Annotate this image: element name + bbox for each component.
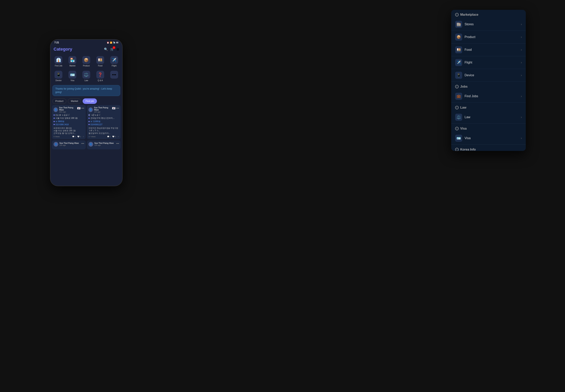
post-header-2: 👤 Soe Thet Paing Htwe 22h ago 🇰🇷 •••: [89, 107, 119, 113]
visa-section-label: Visa: [460, 127, 467, 130]
marketplace-info-icon: i: [455, 13, 459, 16]
post-views-2: 17 Views: [89, 136, 96, 138]
menu-food-label: Food: [464, 48, 472, 52]
post-username-1: Soe Thet Paing Htwe: [59, 107, 77, 111]
category-law[interactable]: ⚖️ Law: [80, 69, 93, 83]
tab-find-job[interactable]: Find job: [83, 98, 97, 104]
menu-law-label: Law: [464, 115, 470, 119]
tab-product[interactable]: Product: [52, 98, 66, 104]
page-title: Category: [54, 47, 72, 52]
post-card-3[interactable]: 👤 Soe Thet Paing Htwe 22h ago •••: [52, 140, 86, 149]
status-time: 7:21: [54, 41, 59, 44]
category-more[interactable]: •••: [107, 69, 121, 83]
find-jobs-icon: 💼: [455, 93, 462, 100]
korea-info-icon: i: [455, 148, 459, 151]
menu-item-stores[interactable]: 🏬 Stores ›: [451, 18, 526, 31]
food-icon: 🍱: [96, 56, 104, 64]
post-line1-1: CU J9 စာရိုဆိုင်: [56, 114, 69, 116]
category-flight[interactable]: ✈️ Flight: [107, 55, 121, 69]
post-footer-2: 17 Views 💬 0 🤍 0 ☆: [89, 136, 119, 138]
post-line1-2: ကြက်ကြောဆိုင်: [90, 114, 100, 116]
visa-info-icon: i: [455, 127, 459, 130]
post-card-2[interactable]: 👤 Soe Thet Paing Htwe 22h ago 🇰🇷 ••• ကြက…: [87, 105, 121, 139]
post-desc-2: 깐부치킨 뚝섬유원지점ψ 주방 1명ဓဓါ်နေပါတဲ့...월요일부터 토요…: [89, 127, 119, 134]
star-icon-2[interactable]: ☆: [118, 136, 119, 138]
banner: Thanks for joining Quibit - you're amazi…: [52, 85, 120, 96]
menu-item-find-jobs[interactable]: 💼 Find Jobs ›: [451, 90, 526, 103]
stores-label: Stores: [464, 23, 474, 26]
header-icons: 🔍 🛒 0 ⊞: [104, 47, 119, 51]
menu-flight-label: Flight: [464, 61, 472, 64]
signal-icon: 📡: [113, 42, 115, 44]
category-find-job[interactable]: 👔 Find Job: [52, 55, 65, 69]
post-line2-1: 서울 마포 양화로 188 1층: [56, 117, 78, 120]
post-user-3: 👤 Soe Thet Paing Htwe 22h ago: [54, 142, 79, 147]
comment-icon-1: 💬 0: [72, 136, 76, 138]
star-icon-1[interactable]: ☆: [83, 136, 84, 138]
cart-badge: 0: [113, 46, 115, 49]
post-time-4: 22h ago: [94, 144, 114, 146]
product-icon: 📦: [82, 56, 90, 64]
find-jobs-chevron: ›: [521, 95, 522, 98]
battery-icon: 68: [116, 42, 118, 44]
post-card-4[interactable]: 👤 Soe Thet Paing Htwe 22h ago •••: [87, 140, 121, 149]
visa-chevron: ›: [521, 136, 522, 140]
product-label: Product: [83, 65, 90, 67]
status-icons: ⏰ 📶 📡 68: [107, 42, 118, 44]
menu-item-visa[interactable]: 🪪 Visa ›: [451, 132, 526, 145]
post-menu-2[interactable]: •••: [116, 107, 119, 110]
post-card-1[interactable]: 👤 Soe Thet Paing Htwe 25m ago 🇰🇷 ••• CU …: [52, 105, 86, 139]
post-avatar-3: 👤: [54, 142, 58, 147]
post-avatar-4: 👤: [89, 142, 93, 147]
marketplace-label: Marketplace: [460, 13, 478, 16]
like-icon-2[interactable]: 🤍 0: [112, 136, 116, 138]
device-chevron: ›: [521, 73, 522, 77]
tab-market[interactable]: Market: [68, 98, 81, 104]
korea-info-section-header: i Korea Info: [451, 145, 526, 151]
jobs-info-icon: i: [455, 85, 459, 88]
post-menu-3[interactable]: •••: [81, 142, 84, 145]
menu-item-flight[interactable]: ✈️ Flight ›: [451, 56, 526, 69]
post-menu-4[interactable]: •••: [116, 142, 119, 145]
category-market[interactable]: 🏪 Market: [66, 55, 79, 69]
wifi-icon: 📶: [110, 42, 112, 44]
category-device[interactable]: 📱 Device: [52, 69, 65, 83]
menu-item-food[interactable]: 🍱 Food ›: [451, 43, 526, 56]
law-label: Law: [85, 79, 88, 82]
post-price-1: ₩ 9860원: [56, 120, 64, 123]
post-body-2: ကြက်ကြောဆိုင် 건대입구역 2호선 (깐부치... ₩ 11000원…: [89, 114, 119, 126]
like-icon-1[interactable]: 🤍 0: [77, 136, 81, 138]
post-username-4: Soe Thet Paing Htwe: [94, 142, 114, 144]
menu-item-device[interactable]: 📱 Device ›: [451, 69, 526, 82]
category-product[interactable]: 📦 Product: [80, 55, 93, 69]
market-icon: 🏪: [68, 56, 76, 64]
post-menu-1[interactable]: •••: [81, 107, 84, 110]
post-views-1: 0 Views: [54, 136, 60, 138]
stores-chevron: ›: [521, 23, 522, 26]
cart-icon-wrap[interactable]: 🛒 0: [110, 47, 114, 51]
post-phone-2: 01043691227: [90, 124, 103, 126]
post-phone-1: 010 8386 3418: [56, 124, 69, 126]
comment-icon-2: 💬 0: [107, 136, 111, 138]
category-qa[interactable]: ❓ Q & A: [94, 69, 107, 83]
flight-icon: ✈️: [110, 56, 118, 64]
menu-visa-label: Visa: [464, 136, 471, 140]
alarm-icon: ⏰: [107, 42, 109, 44]
category-visa[interactable]: 🪪 Visa: [66, 69, 79, 83]
menu-item-product[interactable]: 📦 Product ›: [451, 31, 526, 43]
post-time-1: 25m ago: [59, 111, 77, 113]
grid-icon[interactable]: ⊞: [117, 47, 119, 51]
menu-item-law[interactable]: ⚖️ Law ›: [451, 111, 526, 124]
menu-device-label: Device: [464, 73, 474, 77]
visa-label: Visa: [71, 79, 74, 82]
menu-item-flight-left: ✈️ Flight: [455, 59, 472, 66]
category-food[interactable]: 🍱 Food: [94, 55, 107, 69]
menu-device-icon: 📱: [455, 72, 462, 79]
menu-law-icon: ⚖️: [455, 114, 462, 121]
find-jobs-label: Find Jobs: [464, 95, 478, 98]
marketplace-section-header: i Marketplace: [451, 10, 526, 18]
food-chevron: ›: [521, 48, 522, 52]
post-header-1: 👤 Soe Thet Paing Htwe 25m ago 🇰🇷 •••: [54, 107, 84, 113]
search-icon[interactable]: 🔍: [104, 47, 108, 51]
law-icon: ⚖️: [82, 71, 90, 79]
